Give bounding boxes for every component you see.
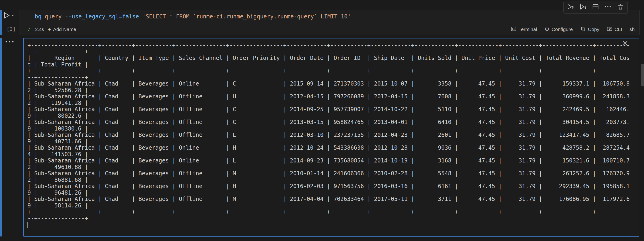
run-above-icon (567, 3, 574, 12)
success-check-icon: ✓ (27, 26, 32, 33)
terminal-cursor (28, 222, 28, 228)
run-cell-button[interactable] (2, 11, 15, 21)
ellipsis-icon (604, 3, 612, 12)
split-cell-button[interactable] (590, 2, 601, 13)
plus-icon: + (48, 27, 51, 32)
cli-label: CLI (614, 27, 622, 32)
scrollbar-thumb[interactable] (641, 64, 644, 86)
output-menu-button[interactable] (6, 41, 14, 43)
execution-duration: 2.4s (35, 27, 44, 32)
copy-button[interactable]: Copy (580, 26, 599, 33)
dot-icon (12, 41, 14, 43)
trash-icon (617, 3, 624, 12)
close-icon: × (622, 39, 628, 48)
configure-button[interactable]: ⚙ Configure (544, 27, 573, 32)
cell-focus-bar (0, 10, 2, 35)
terminal-label: Terminal (518, 27, 537, 32)
cell-status-bar: ✓ 2.4s + Add Name Terminal ⚙ Configure (19, 25, 639, 34)
language-label: sh (630, 27, 635, 32)
cli-icon (607, 26, 612, 33)
copy-label: Copy (588, 27, 599, 32)
output-focus-bar (0, 38, 2, 236)
more-actions-button[interactable] (602, 2, 613, 13)
language-picker[interactable]: sh (630, 27, 635, 32)
run-options-chevron-icon[interactable] (12, 14, 15, 18)
dot-icon (6, 41, 7, 43)
execution-count: [2] (6, 26, 16, 32)
cell-toolbar (564, 1, 628, 14)
command-line[interactable]: bq query --use_legacy_sql=false 'SELECT … (19, 10, 639, 20)
play-icon (2, 11, 11, 21)
run-below-icon (579, 3, 587, 12)
status-right: Terminal ⚙ Configure Copy CLI (511, 26, 635, 33)
copy-icon (580, 26, 586, 33)
cli-button[interactable]: CLI (607, 26, 622, 33)
gear-icon: ⚙ (544, 27, 550, 32)
execute-below-button[interactable] (578, 2, 588, 13)
terminal-lines: +--------------------+---------+--------… (24, 39, 639, 228)
notebook-cell: [2] bq query --use_legacy_sql=false 'SEL… (0, 0, 644, 241)
execute-above-button[interactable] (565, 2, 576, 13)
terminal-output[interactable]: × +--------------------+---------+------… (23, 38, 639, 236)
close-output-button[interactable]: × (622, 39, 628, 47)
configure-label: Configure (552, 27, 573, 32)
dot-icon (9, 41, 10, 43)
terminal-button[interactable]: Terminal (511, 26, 537, 33)
code-cell[interactable]: bq query --use_legacy_sql=false 'SELECT … (19, 10, 640, 35)
add-name-label: Add Name (53, 27, 76, 32)
terminal-icon (511, 26, 516, 33)
add-name-button[interactable]: + Add Name (48, 27, 76, 32)
split-cell-icon (592, 3, 599, 12)
status-left: ✓ 2.4s + Add Name (27, 26, 76, 33)
delete-cell-button[interactable] (615, 2, 626, 13)
